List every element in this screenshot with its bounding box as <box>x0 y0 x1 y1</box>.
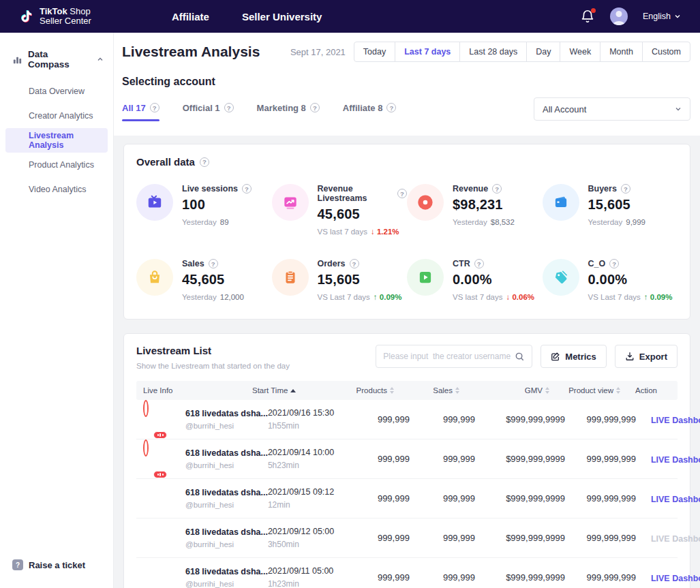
notifications-bell-icon[interactable] <box>580 9 595 24</box>
table-row: 618 livedatas dsha...@burrihi_hesi 2021/… <box>136 400 678 439</box>
livestream-list-panel: Livestream List Show the Livestream that… <box>123 333 690 588</box>
page-title: Livestream Analysis <box>122 44 260 60</box>
tab-official[interactable]: Official 1 <box>183 103 234 121</box>
creator-avatar[interactable] <box>143 482 177 516</box>
product-view-value: 999,999,999 <box>565 414 636 424</box>
range-last-28-days[interactable]: Last 28 days <box>459 42 527 62</box>
help-icon[interactable] <box>492 184 502 194</box>
metrics-button-label: Metrics <box>565 352 596 362</box>
metrics-button[interactable]: Metrics <box>541 345 607 368</box>
date-range-selector: Today Last 7 days Last 28 days Day Week … <box>354 42 690 62</box>
sidebar-item-video-analytics[interactable]: Video Analytics <box>5 177 108 202</box>
account-dropdown[interactable]: All Account <box>534 97 690 121</box>
creator-avatar[interactable] <box>143 442 177 476</box>
raise-a-ticket-button[interactable]: Raise a ticket <box>12 559 85 570</box>
range-day[interactable]: Day <box>526 42 560 62</box>
tab-label: Marketing 8 <box>257 103 306 113</box>
trend-chart-icon <box>272 184 309 221</box>
sidebar-item-creator-analytics[interactable]: Creator Analytics <box>5 104 108 128</box>
range-last-7-days[interactable]: Last 7 days <box>395 42 460 62</box>
help-icon[interactable] <box>150 103 159 112</box>
col-start-time[interactable]: Start Time <box>252 386 342 394</box>
logo-text: TikTok Shop Seller Center <box>40 7 91 25</box>
gmv-value: $999,999,9999 <box>475 493 565 504</box>
sidebar-item-livestream-analysis[interactable]: Livestream Analysis <box>5 128 108 153</box>
products-value: 999,999 <box>358 533 410 543</box>
sales-value: 999,999 <box>410 454 475 464</box>
livestream-name: 618 livedatas dsha... <box>185 448 268 458</box>
col-products[interactable]: Products <box>342 386 394 394</box>
overall-data-panel: Overall data Live sessions 100 Yesterday… <box>123 144 690 320</box>
help-icon[interactable] <box>386 103 396 112</box>
col-product-view[interactable]: Product view <box>549 386 620 394</box>
range-today[interactable]: Today <box>354 42 395 62</box>
nav-seller-university[interactable]: Seller University <box>242 11 322 22</box>
shopping-bag-icon <box>136 259 173 296</box>
question-square-icon <box>12 559 23 570</box>
chevron-up-icon <box>97 56 104 63</box>
help-icon[interactable] <box>397 189 407 198</box>
help-icon[interactable] <box>209 259 218 268</box>
live-dashboard-link[interactable]: LIVE Dashboaed <box>651 574 700 583</box>
creator-search-input[interactable] <box>383 352 515 361</box>
sidebar-section-data-compass[interactable]: Data Compass <box>0 49 113 79</box>
table-row: 618 livedatas dsha...@burrihi_hesi 2021/… <box>136 519 678 558</box>
tab-affiliate[interactable]: Affiliate 8 <box>343 103 397 121</box>
help-icon[interactable] <box>242 184 252 194</box>
creator-avatar[interactable] <box>143 561 177 588</box>
metric-orders: Orders 15,605 VS Last 7 days↑ 0.09% <box>272 259 408 301</box>
range-month[interactable]: Month <box>600 42 643 62</box>
gmv-value: $999,999,9999 <box>475 454 565 464</box>
help-icon[interactable] <box>350 259 359 268</box>
duration: 1h23min <box>268 579 358 588</box>
products-value: 999,999 <box>358 572 410 583</box>
export-button[interactable]: Export <box>615 345 678 368</box>
metric-label: C_O <box>588 259 606 268</box>
sidebar-item-data-overview[interactable]: Data Overview <box>5 79 108 104</box>
top-nav: Affiliate Seller University <box>172 11 322 22</box>
metric-sub-label: VS Last 7 days <box>588 293 641 301</box>
metric-label: Orders <box>318 259 346 268</box>
duration: 12min <box>268 500 358 510</box>
duration: 5h23min <box>268 461 358 470</box>
live-dashboard-link[interactable]: LIVE Dashboaed <box>651 495 700 504</box>
metric-label: Live sessions <box>182 184 238 194</box>
col-gmv[interactable]: GMV <box>459 386 549 394</box>
duration: 1h55min <box>268 421 358 431</box>
metric-label: Buyers <box>588 184 617 194</box>
livestream-list-title: Livestream List <box>136 345 290 356</box>
table-row: 618 livedatas dsha...@burrihi_hesi 2021/… <box>136 439 678 479</box>
help-icon[interactable] <box>200 157 209 167</box>
live-badge-icon <box>153 471 167 478</box>
help-icon[interactable] <box>474 259 484 268</box>
product-view-value: 999,999,999 <box>565 454 636 464</box>
products-value: 999,999 <box>358 454 410 464</box>
language-selector[interactable]: English <box>643 12 681 21</box>
sidebar-item-product-analytics[interactable]: Product Analytics <box>5 153 108 177</box>
col-sales[interactable]: Sales <box>394 386 459 394</box>
nav-affiliate[interactable]: Affiliate <box>172 11 209 22</box>
user-avatar[interactable] <box>610 7 628 25</box>
tab-all[interactable]: All 17 <box>122 103 159 121</box>
help-icon[interactable] <box>621 184 630 194</box>
search-icon[interactable] <box>515 352 525 362</box>
help-icon[interactable] <box>609 259 619 268</box>
tags-icon <box>543 259 579 296</box>
creator-avatar[interactable] <box>143 521 177 555</box>
live-dashboard-link[interactable]: LIVE Dashboaed <box>651 416 700 425</box>
tab-marketing[interactable]: Marketing 8 <box>257 103 320 121</box>
chevron-down-icon <box>674 13 681 20</box>
metric-value: 15,605 <box>588 197 646 213</box>
help-icon[interactable] <box>224 103 234 112</box>
creator-avatar[interactable] <box>143 403 177 437</box>
avatar-head <box>616 11 622 17</box>
start-time: 2021/09/11 05:00 <box>268 566 358 576</box>
delta-arrow: ↑ <box>374 293 378 301</box>
notification-dot <box>591 8 596 13</box>
live-dashboard-link[interactable]: LIVE Dashboaed <box>651 455 700 465</box>
range-custom[interactable]: Custom <box>642 42 690 62</box>
help-icon[interactable] <box>310 103 320 112</box>
sidebar: Data Compass Data Overview Creator Analy… <box>0 33 114 588</box>
range-week[interactable]: Week <box>560 42 600 62</box>
metric-sub-value: 12,000 <box>220 293 244 301</box>
